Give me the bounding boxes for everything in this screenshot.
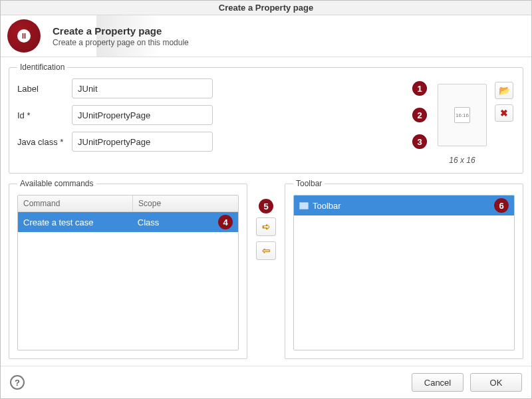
annotation-badge-3: 3 — [412, 134, 427, 149]
column-header-scope[interactable]: Scope — [132, 196, 238, 211]
arrow-right-icon: ➪ — [262, 221, 271, 233]
identification-legend: Identification — [17, 63, 67, 72]
label-input[interactable] — [72, 78, 213, 98]
folder-open-icon: 📂 — [499, 85, 510, 96]
header-title: Create a Property page — [53, 25, 189, 37]
label-label: Label — [17, 84, 65, 94]
dialog-header: II Create a Property page Create a prope… — [1, 15, 531, 57]
table-row[interactable]: Create a test case Class 4 — [18, 212, 238, 232]
image-preview: 16:16 — [438, 84, 487, 146]
toolbar-legend: Toolbar — [293, 179, 325, 188]
toolbar-tree[interactable]: Toolbar 6 — [293, 195, 515, 350]
folder-icon — [299, 202, 309, 209]
annotation-badge-5: 5 — [259, 199, 273, 213]
cell-scope: Class — [132, 217, 160, 227]
content-area: Identification Label 1 16:16 📂 ✖ Id * — [1, 57, 531, 366]
transfer-buttons: 5 ➪ ⇦ — [253, 179, 279, 359]
javaclass-input[interactable] — [72, 132, 213, 152]
add-to-toolbar-button[interactable]: ➪ — [256, 217, 276, 236]
header-subtitle: Create a property page on this module — [53, 38, 189, 47]
available-commands-legend: Available commands — [17, 179, 96, 188]
identification-group: Identification Label 1 16:16 📂 ✖ Id * — [9, 63, 523, 174]
toolbar-root-item[interactable]: Toolbar 6 — [294, 196, 514, 215]
remove-from-toolbar-button[interactable]: ⇦ — [256, 241, 276, 260]
cell-command: Create a test case — [23, 217, 132, 227]
remove-image-button[interactable]: ✖ — [495, 104, 513, 122]
dialog-footer: ? Cancel OK — [1, 366, 531, 398]
annotation-badge-1: 1 — [412, 81, 427, 96]
image-thumb-icon: 16:16 — [454, 107, 470, 123]
image-size-label: 16 x 16 — [438, 156, 487, 165]
wizard-icon: II — [7, 19, 41, 53]
annotation-badge-6: 6 — [494, 198, 509, 213]
ok-button[interactable]: OK — [470, 373, 522, 392]
id-label: Id * — [17, 110, 65, 120]
help-button[interactable]: ? — [10, 375, 25, 390]
annotation-badge-2: 2 — [412, 108, 427, 122]
available-commands-table[interactable]: Command Scope Create a test case Class 4 — [17, 195, 239, 350]
dialog-window: Create a Property page II Create a Prope… — [0, 0, 532, 399]
arrow-left-icon: ⇦ — [262, 245, 271, 257]
javaclass-label: Java class * — [17, 137, 65, 147]
toolbar-root-label: Toolbar — [313, 201, 341, 211]
cancel-button[interactable]: Cancel — [412, 373, 464, 392]
id-input[interactable] — [72, 105, 213, 125]
annotation-badge-4: 4 — [218, 215, 233, 229]
remove-icon: ✖ — [500, 108, 508, 118]
window-title: Create a Property page — [1, 1, 531, 15]
toolbar-group: Toolbar Toolbar 6 — [285, 179, 523, 359]
browse-image-button[interactable]: 📂 — [495, 82, 513, 99]
column-header-command[interactable]: Command — [18, 196, 132, 211]
header-text: Create a Property page Create a property… — [53, 25, 189, 47]
available-commands-group: Available commands Command Scope Create … — [9, 179, 247, 359]
